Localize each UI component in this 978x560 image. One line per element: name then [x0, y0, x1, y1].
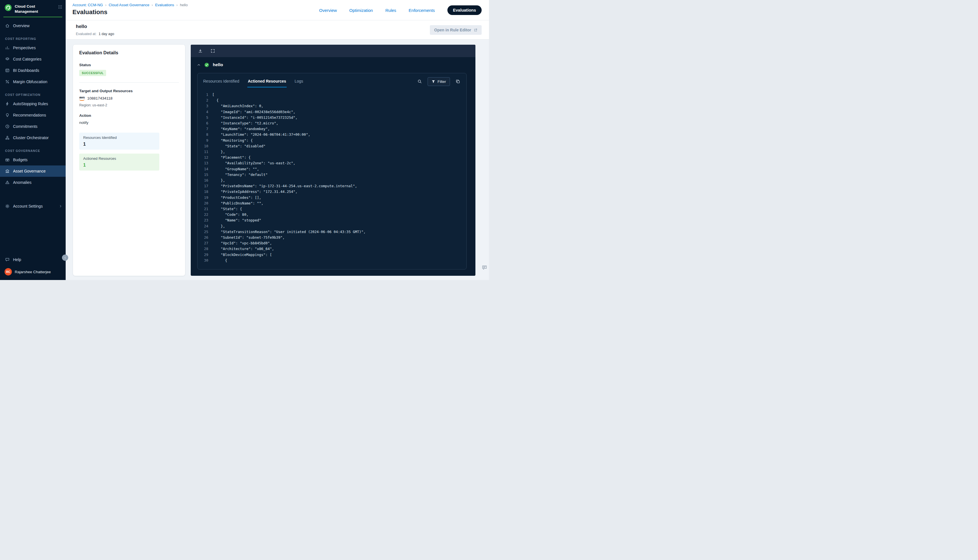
breadcrumb-item-account-ccm-ng[interactable]: Account: CCM-NG: [72, 3, 103, 7]
target-resources-label: Target and Output Resources: [79, 89, 179, 93]
feedback-icon[interactable]: [482, 265, 487, 270]
home-icon: [5, 23, 10, 28]
help-chat-icon: [5, 257, 10, 262]
line-content: "AvailabilityZone": "us-east-2c",: [208, 160, 295, 166]
nav-overview[interactable]: Overview: [319, 8, 337, 13]
sidebar-item-label: AutoStopping Rules: [13, 102, 48, 106]
chevron-right-icon: [59, 205, 62, 208]
open-rule-editor-button[interactable]: Open in Rule Editor: [430, 25, 482, 35]
sidebar-item-label: Asset Governance: [13, 169, 45, 173]
evaluation-details-card: Evaluation Details Status SUCCESSFUL Tar…: [73, 45, 185, 276]
sidebar-item-perspectives[interactable]: Perspectives: [0, 42, 66, 53]
sidebar-item-recommendations[interactable]: Recommendations: [0, 110, 66, 121]
line-number: 17: [197, 183, 208, 189]
line-content: "Architecture": "x86_64",: [208, 246, 274, 252]
nav-rules[interactable]: Rules: [386, 8, 396, 13]
sidebar-item-label: Account Settings: [13, 204, 43, 208]
download-icon[interactable]: [198, 48, 203, 53]
alert-icon: [5, 180, 10, 185]
sidebar-nav: OverviewCOST REPORTINGPerspectivesCost C…: [0, 18, 66, 188]
sidebar-item-margin-obfuscation[interactable]: Margin Obfuscation: [0, 76, 66, 87]
line-number: 6: [197, 120, 208, 126]
line-content: "Monitoring": {: [208, 138, 253, 143]
code-line: 16 },: [197, 178, 466, 183]
sidebar-item-anomalies[interactable]: Anomalies: [0, 177, 66, 188]
viewer-title: hello: [213, 62, 223, 67]
sidebar-item-cluster-orchestrator[interactable]: Cluster Orchestrator: [0, 132, 66, 143]
line-content: [: [208, 92, 215, 98]
fullscreen-icon[interactable]: [210, 48, 215, 53]
tab-actioned-resources[interactable]: Actioned Resources: [247, 75, 287, 87]
code-line: 14 "GroupName": "",: [197, 166, 466, 172]
breadcrumb-item-cloud-asset-governance[interactable]: Cloud Asset Governance: [108, 3, 149, 7]
sidebar-item-label: Perspectives: [13, 45, 36, 50]
sidebar-collapse-handle[interactable]: [62, 255, 68, 261]
chevron-up-icon[interactable]: [197, 63, 200, 67]
sidebar-item-autostopping-rules[interactable]: AutoStopping Rules: [0, 98, 66, 110]
nav-evaluations[interactable]: Evaluations: [447, 5, 482, 15]
line-number: 7: [197, 126, 208, 132]
line-number: 20: [197, 200, 208, 206]
code-line: 4 "ImageId": "ami-002438e556dd03e4c",: [197, 109, 466, 115]
apps-grid-icon[interactable]: [58, 5, 62, 9]
nav-enforcements[interactable]: Enforcements: [409, 8, 435, 13]
line-number: 19: [197, 195, 208, 200]
details-card-title: Evaluation Details: [79, 50, 179, 55]
code-line: 22 "Code": 80,: [197, 212, 466, 217]
nav-optimization[interactable]: Optimization: [349, 8, 373, 13]
line-content: "StateTransitionReason": "User initiated…: [208, 229, 365, 235]
sidebar-item-budgets[interactable]: Budgets: [0, 154, 66, 165]
app-root: Cloud Cost Management OverviewCOST REPOR…: [0, 0, 489, 280]
tabs: Resources IdentifiedActioned ResourcesLo…: [203, 75, 304, 87]
sidebar-item-cost-categories[interactable]: Cost Categories: [0, 53, 66, 65]
bank-icon: [5, 169, 10, 173]
clock-icon: [5, 124, 10, 129]
code-line: 3 "AmiLaunchIndex": 0,: [197, 103, 466, 109]
sidebar-item-overview[interactable]: Overview: [0, 20, 66, 32]
line-number: 13: [197, 160, 208, 166]
evaluation-viewer-panel: hello Resources IdentifiedActioned Resou…: [191, 45, 476, 276]
sidebar-item-asset-governance[interactable]: Asset Governance: [0, 165, 66, 177]
sidebar-item-account-settings[interactable]: Account Settings: [0, 200, 66, 212]
search-icon[interactable]: [417, 79, 422, 84]
sidebar-item-label: Margin Obfuscation: [13, 80, 47, 84]
stats-list: Resources Identified1Actioned Resources1: [79, 133, 179, 170]
tab-resources-identified[interactable]: Resources Identified: [203, 75, 240, 87]
line-number: 12: [197, 155, 208, 160]
code-line: 24 },: [197, 223, 466, 229]
code-line: 11 },: [197, 149, 466, 155]
code-line: 19 "ProductCodes": [],: [197, 195, 466, 200]
line-content: {: [208, 98, 219, 103]
sidebar-item-bi-dashboards[interactable]: BI Dashboards: [0, 65, 66, 76]
breadcrumb-item-evaluations[interactable]: Evaluations: [155, 3, 174, 7]
line-number: 29: [197, 252, 208, 258]
help-button[interactable]: Help: [0, 254, 66, 265]
stat-actioned-resources: Actioned Resources1: [79, 153, 159, 170]
copy-icon[interactable]: [456, 79, 460, 84]
app-title: Cloud Cost Management: [15, 4, 55, 14]
line-number: 28: [197, 246, 208, 252]
filter-button[interactable]: Filter: [427, 77, 450, 86]
line-number: 30: [197, 258, 208, 263]
code-line: 13 "AvailabilityZone": "us-east-2c",: [197, 160, 466, 166]
user-name: Rajarshee Chatterjee: [15, 270, 51, 274]
percent-icon: [5, 80, 10, 84]
code-line: 26 "SubnetId": "subnet-75fe9b39",: [197, 235, 466, 240]
line-number: 2: [197, 98, 208, 103]
code-line: 6 "InstanceType": "t2.micro",: [197, 120, 466, 126]
line-content: "Tenancy": "default": [208, 172, 268, 178]
code-line: 12 "Placement": {: [197, 155, 466, 160]
top-nav: OverviewOptimizationRulesEnforcementsEva…: [319, 0, 482, 20]
dashboard-icon: [5, 68, 10, 73]
tab-logs[interactable]: Logs: [294, 75, 304, 87]
line-content: "Placement": {: [208, 155, 250, 160]
line-number: 26: [197, 235, 208, 240]
line-number: 14: [197, 166, 208, 172]
sidebar-item-commitments[interactable]: Commitments: [0, 121, 66, 132]
line-content: },: [208, 223, 225, 229]
evaluated-at: Evaluated at: 1 day ago: [76, 32, 114, 36]
action-value: notify: [79, 120, 179, 125]
user-menu[interactable]: RC Rajarshee Chatterjee: [0, 265, 66, 275]
viewer-toolbar: [191, 45, 476, 57]
line-number: 5: [197, 115, 208, 120]
